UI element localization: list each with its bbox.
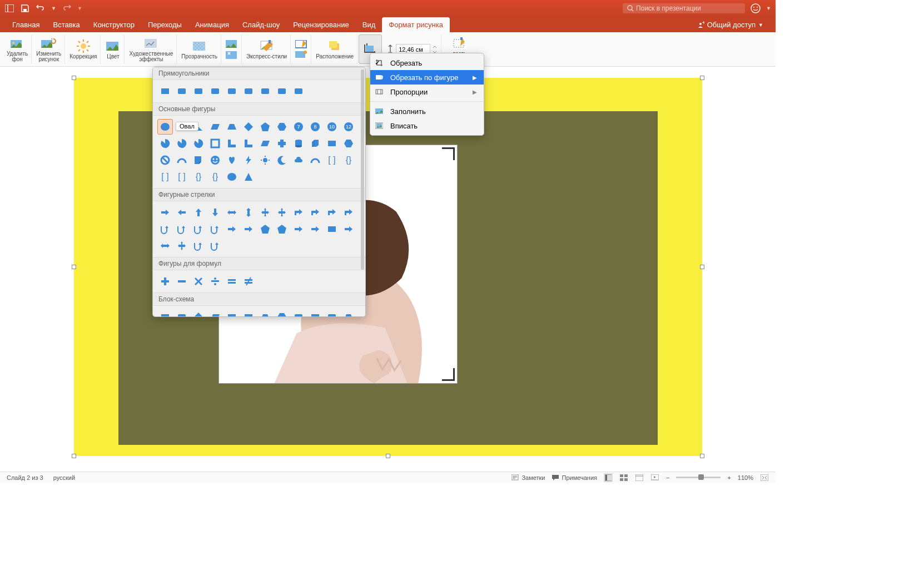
shape-item[interactable]: Овал bbox=[157, 119, 173, 135]
notes-toggle[interactable]: Заметки bbox=[511, 474, 545, 481]
panel-icon[interactable] bbox=[4, 3, 14, 13]
shape-item[interactable] bbox=[241, 83, 256, 99]
shape-item[interactable] bbox=[174, 221, 190, 237]
shape-item[interactable] bbox=[257, 309, 273, 317]
shape-item[interactable] bbox=[224, 83, 240, 99]
artistic-button[interactable]: Художественные эффекты bbox=[126, 34, 177, 64]
change-pic-button[interactable]: Изменить рисунок bbox=[33, 34, 65, 64]
shape-item[interactable] bbox=[257, 205, 273, 220]
shape-item[interactable] bbox=[157, 238, 173, 254]
shape-item[interactable] bbox=[157, 152, 173, 168]
compress-pic-icon[interactable] bbox=[226, 50, 238, 60]
shape-item[interactable] bbox=[224, 136, 240, 151]
shape-item[interactable] bbox=[191, 136, 206, 151]
fit-window-icon[interactable] bbox=[760, 473, 769, 482]
shape-item[interactable] bbox=[157, 136, 173, 151]
shape-item[interactable] bbox=[257, 83, 273, 99]
shape-item[interactable] bbox=[191, 309, 206, 317]
shape-item[interactable] bbox=[341, 136, 356, 151]
shape-item[interactable] bbox=[291, 83, 306, 99]
sorter-view-icon[interactable] bbox=[619, 473, 628, 482]
shape-item[interactable] bbox=[224, 152, 240, 168]
shape-item[interactable] bbox=[207, 152, 223, 168]
save-icon[interactable] bbox=[20, 3, 30, 13]
shape-item[interactable] bbox=[291, 309, 306, 317]
shape-item[interactable]: {} bbox=[207, 169, 223, 185]
shape-item[interactable] bbox=[224, 274, 240, 289]
zoom-slider[interactable] bbox=[676, 477, 721, 478]
shape-item[interactable]: 10 bbox=[324, 119, 340, 135]
shape-item[interactable] bbox=[191, 152, 206, 168]
shape-item[interactable] bbox=[207, 83, 223, 99]
shape-item[interactable] bbox=[207, 136, 223, 151]
zoom-out[interactable]: − bbox=[666, 474, 669, 481]
handle-l[interactable] bbox=[72, 265, 76, 269]
tab-review[interactable]: Рецензирование bbox=[286, 17, 355, 32]
comments-toggle[interactable]: Примечания bbox=[552, 474, 597, 481]
shape-item[interactable] bbox=[341, 221, 356, 237]
shape-item[interactable] bbox=[174, 238, 190, 254]
shape-item[interactable] bbox=[307, 309, 323, 317]
shape-item[interactable] bbox=[191, 274, 206, 289]
share-button[interactable]: + Общий доступ ▼ bbox=[690, 17, 770, 32]
shape-item[interactable]: 8 bbox=[307, 119, 323, 135]
tab-transitions[interactable]: Переходы bbox=[141, 17, 188, 32]
zoom-in[interactable]: + bbox=[727, 474, 731, 481]
shape-item[interactable]: [ ] bbox=[174, 169, 190, 185]
shape-item[interactable] bbox=[241, 274, 256, 289]
shape-item[interactable] bbox=[291, 221, 306, 237]
handle-bl[interactable] bbox=[72, 454, 76, 458]
express-styles-button[interactable]: Экспресс-стили bbox=[243, 34, 291, 64]
shape-item[interactable] bbox=[157, 309, 173, 317]
transparency-button[interactable]: Прозрачность bbox=[178, 34, 221, 64]
tab-insert[interactable]: Вставка bbox=[46, 17, 86, 32]
zoom-level[interactable]: 110% bbox=[738, 474, 753, 481]
shape-item[interactable] bbox=[274, 309, 290, 317]
shape-item[interactable] bbox=[157, 83, 173, 99]
shape-item[interactable] bbox=[224, 169, 240, 185]
shape-item[interactable] bbox=[257, 136, 273, 151]
shape-item[interactable] bbox=[174, 274, 190, 289]
handle-r[interactable] bbox=[700, 265, 704, 269]
shape-item[interactable] bbox=[157, 221, 173, 237]
shape-item[interactable] bbox=[241, 309, 256, 317]
pic-effects-icon[interactable] bbox=[295, 50, 307, 59]
shape-item[interactable]: {} bbox=[191, 169, 206, 185]
shape-item[interactable] bbox=[224, 119, 240, 135]
shape-item[interactable] bbox=[274, 221, 290, 237]
language[interactable]: русский bbox=[53, 474, 75, 481]
shape-item[interactable] bbox=[324, 309, 340, 317]
user-icon[interactable] bbox=[751, 3, 761, 13]
dd-fill[interactable]: Заполнить bbox=[370, 104, 484, 118]
undo-icon[interactable] bbox=[36, 3, 46, 13]
shape-item[interactable] bbox=[174, 205, 190, 220]
shape-item[interactable] bbox=[191, 221, 206, 237]
shape-item[interactable] bbox=[241, 136, 256, 151]
shape-item[interactable] bbox=[207, 238, 223, 254]
shape-item[interactable] bbox=[307, 205, 323, 220]
shape-item[interactable] bbox=[191, 205, 206, 220]
shape-item[interactable] bbox=[291, 205, 306, 220]
shape-item[interactable] bbox=[324, 205, 340, 220]
shape-item[interactable] bbox=[241, 221, 256, 237]
shape-item[interactable] bbox=[191, 83, 206, 99]
shape-item[interactable]: {} bbox=[341, 152, 356, 168]
shape-item[interactable] bbox=[207, 309, 223, 317]
tab-slideshow[interactable]: Слайд-шоу bbox=[236, 17, 286, 32]
shape-item[interactable] bbox=[274, 119, 290, 135]
shape-item[interactable]: [ ] bbox=[157, 169, 173, 185]
shape-item[interactable] bbox=[207, 205, 223, 220]
tab-design[interactable]: Конструктор bbox=[87, 17, 141, 32]
slide-indicator[interactable]: Слайд 2 из 3 bbox=[7, 474, 43, 481]
reset-pic-icon[interactable] bbox=[226, 39, 238, 49]
shape-item[interactable] bbox=[257, 221, 273, 237]
remove-bg-button[interactable]: Удалить фон bbox=[3, 34, 32, 64]
shape-item[interactable] bbox=[224, 205, 240, 220]
shape-item[interactable] bbox=[291, 136, 306, 151]
correction-button[interactable]: Коррекция bbox=[66, 34, 101, 64]
shape-item[interactable] bbox=[307, 136, 323, 151]
shape-item[interactable] bbox=[241, 119, 256, 135]
tab-view[interactable]: Вид bbox=[356, 17, 382, 32]
shape-item[interactable] bbox=[324, 136, 340, 151]
shape-item[interactable]: 12 bbox=[341, 119, 356, 135]
